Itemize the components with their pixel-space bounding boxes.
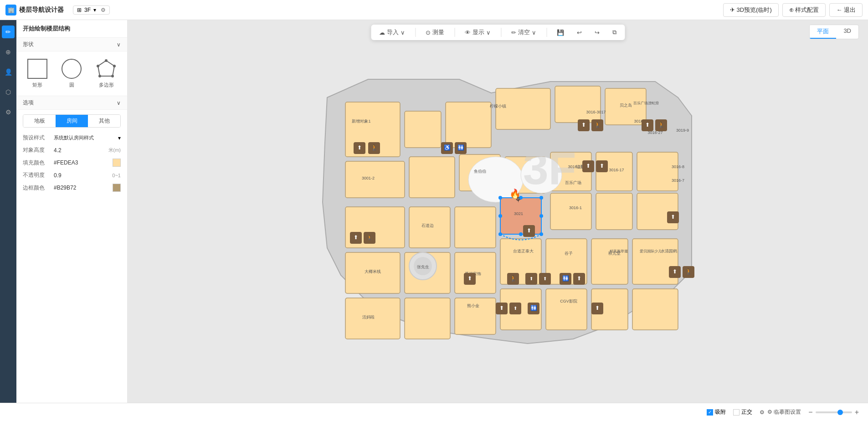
snap-checkbox-item[interactable]: ✓ 吸附 [707, 408, 726, 416]
eye-icon: 👁 [465, 29, 471, 36]
svg-text:⬆: ⬆ [595, 305, 600, 311]
tab-other[interactable]: 其他 [88, 115, 120, 127]
clear-button[interactable]: ✏ 清空 ∨ [508, 26, 539, 38]
border-color-swatch[interactable] [113, 184, 121, 192]
zoom-minus-btn[interactable]: − [808, 408, 812, 416]
floor-selector[interactable]: ⊞ 3F ▾ ⚙ [73, 5, 110, 15]
shape-rect-item[interactable]: 矩形 [23, 59, 52, 88]
opacity-value: 0.9 [54, 172, 108, 179]
options-section-header[interactable]: 选项 ∨ [16, 96, 127, 110]
toolbar-sep-1 [415, 28, 416, 37]
snap-settings-label: ⚙ 临摹图设置 [767, 408, 801, 416]
ortho-checkbox[interactable] [733, 409, 740, 416]
svg-text:🚶: 🚶 [685, 268, 692, 275]
fill-color-swatch[interactable] [113, 159, 121, 167]
top-right-buttons: ✈ 3D预览(临时) ⊕ 样式配置 ← 退出 [723, 3, 863, 17]
tab-3d[interactable]: 3D [836, 25, 858, 39]
options-chevron: ∨ [117, 100, 121, 106]
main-canvas[interactable]: ☁ 导入 ∨ ⊙ 测量 👁 显示 ∨ ✏ 清空 ∨ 💾 ↩ ↪ [128, 20, 868, 403]
copy-btn[interactable]: ⧉ [610, 27, 619, 38]
svg-text:3016-15: 3016-15 [568, 164, 583, 169]
snap-checkbox[interactable]: ✓ [707, 409, 713, 416]
svg-rect-24 [596, 193, 632, 230]
svg-text:石道边: 石道边 [421, 223, 433, 228]
tab-flat[interactable]: 平面 [810, 25, 836, 39]
snap-label: 吸附 [715, 408, 726, 416]
svg-text:🚻: 🚻 [530, 304, 537, 311]
preview-3d-button[interactable]: ✈ 3D预览(临时) [723, 3, 779, 17]
svg-rect-18 [637, 152, 678, 191]
toolbar-sep-2 [454, 28, 455, 37]
layers-icon: ⊞ [77, 7, 82, 13]
object-height-unit: 米(m) [108, 147, 121, 154]
zoom-controls: − + [808, 408, 859, 416]
tab-room[interactable]: 房间 [56, 115, 88, 127]
entry-icon-button[interactable]: ⊕ [2, 46, 15, 58]
settings-gear-icon[interactable]: ⚙ [101, 7, 106, 13]
redo-btn[interactable]: ↪ [592, 27, 602, 38]
svg-rect-22 [455, 207, 496, 248]
svg-rect-34 [405, 298, 450, 339]
svg-text:⬆: ⬆ [600, 163, 604, 169]
fill-color-value: #FEDEA3 [54, 159, 109, 166]
user-icon-button[interactable]: 👤 [2, 66, 15, 78]
svg-point-46 [539, 196, 543, 200]
svg-text:⬆: ⬆ [645, 122, 650, 128]
toolbar-sep-3 [501, 28, 501, 37]
import-label: 导入 [387, 28, 399, 36]
left-panel: 开始绘制楼层结构 形状 ∨ 矩形 圆 多边形 [16, 20, 128, 403]
shape-circle-item[interactable]: 圆 [57, 59, 87, 88]
svg-text:⬆: ⬆ [673, 268, 677, 275]
svg-text:百乐广场: 百乐广场 [565, 180, 581, 185]
preset-style-value: 系统默认房间样式 [54, 134, 114, 141]
save-icon-btn[interactable]: 💾 [554, 27, 567, 38]
bottom-bar: ✓ 吸附 正交 ⚙ ⚙ 临摹图设置 − + [0, 403, 868, 421]
display-button[interactable]: 👁 显示 ∨ [462, 26, 493, 38]
floor-map[interactable]: 3F 新增对象1 柠檬小镇 3001-2 鱼伯伯 3021 堤景 石道边 张先生… [300, 43, 696, 385]
undo-btn[interactable]: ↩ [574, 27, 585, 38]
svg-text:活妈啦: 活妈啦 [362, 315, 374, 319]
exit-button[interactable]: ← 退出 [829, 3, 863, 17]
svg-rect-31 [591, 239, 628, 284]
zoom-plus-btn[interactable]: + [855, 408, 859, 416]
svg-text:⬆: ⬆ [499, 305, 504, 311]
svg-rect-8 [446, 102, 491, 148]
ortho-checkbox-item[interactable]: 正交 [733, 408, 752, 416]
snap-settings-item[interactable]: ⚙ ⚙ 临摹图设置 [760, 408, 801, 416]
svg-text:🚶: 🚶 [370, 144, 377, 151]
node-icon-button[interactable]: ⬡ [2, 86, 15, 98]
svg-text:🚶: 🚶 [657, 121, 664, 128]
measure-label: 测量 [432, 28, 444, 36]
svg-text:🚻: 🚻 [457, 144, 464, 151]
shape-polygon-item[interactable]: 多边形 [92, 59, 121, 88]
shapes-grid: 矩形 圆 多边形 [16, 51, 127, 96]
tab-floor[interactable]: 地板 [23, 115, 56, 127]
svg-rect-12 [345, 161, 405, 198]
border-color-label: 边框颜色 [23, 184, 50, 192]
svg-text:3021: 3021 [514, 211, 523, 216]
import-button[interactable]: ☁ 导入 ∨ [376, 26, 408, 38]
app-title-text: 楼层导航设计器 [19, 6, 64, 14]
display-label: 显示 [473, 28, 484, 36]
view-tabs: 平面 3D [809, 25, 859, 39]
preset-dropdown-icon[interactable]: ▾ [118, 135, 121, 141]
svg-text:🚶: 🚶 [509, 275, 516, 282]
rect-label: 矩形 [32, 82, 42, 88]
pen-icon-button[interactable]: ✏ [2, 26, 15, 38]
object-height-value: 4.2 [54, 147, 105, 154]
settings-icon-button[interactable]: ⚙ [2, 106, 15, 118]
svg-point-47 [539, 214, 543, 218]
redo-icon: ↪ [595, 29, 600, 36]
svg-text:⬆: ⬆ [543, 276, 547, 281]
shapes-section-header[interactable]: 形状 ∨ [16, 37, 127, 51]
zoom-slider[interactable] [816, 411, 852, 413]
clear-icon: ✏ [511, 29, 516, 36]
svg-text:⬆: ⬆ [514, 306, 517, 311]
border-color-value: #B29B72 [54, 185, 109, 191]
measure-button[interactable]: ⊙ 测量 [423, 26, 447, 38]
svg-text:百乐广场漂蛇滑: 百乐广场漂蛇滑 [633, 101, 659, 105]
style-config-button[interactable]: ⊕ 样式配置 [782, 3, 826, 17]
svg-rect-23 [550, 193, 591, 230]
import-dropdown-icon: ∨ [401, 29, 405, 36]
canvas-toolbar: ☁ 导入 ∨ ⊙ 测量 👁 显示 ∨ ✏ 清空 ∨ 💾 ↩ ↪ [371, 25, 625, 40]
